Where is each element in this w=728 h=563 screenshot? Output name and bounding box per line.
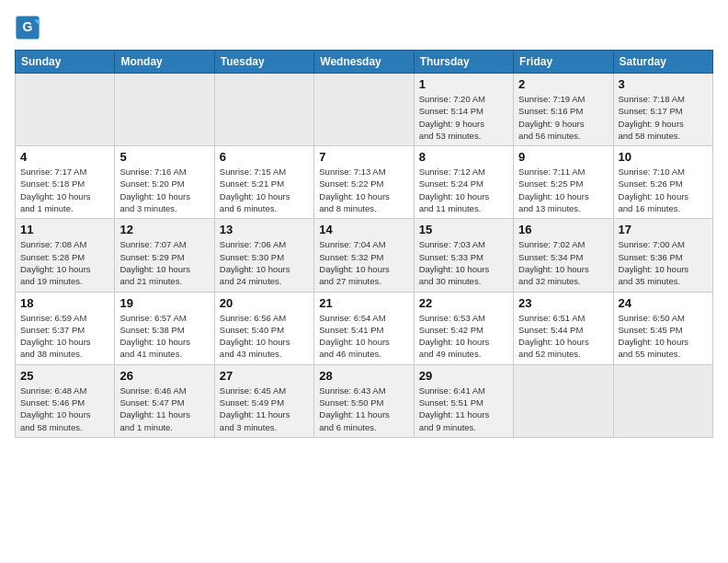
calendar-cell: 12Sunrise: 7:07 AM Sunset: 5:29 PM Dayli… (115, 219, 214, 292)
calendar-cell (214, 74, 313, 146)
day-number: 26 (119, 369, 209, 383)
calendar-cell: 18Sunrise: 6:59 AM Sunset: 5:37 PM Dayli… (16, 292, 115, 364)
calendar-week-row: 11Sunrise: 7:08 AM Sunset: 5:28 PM Dayli… (16, 219, 713, 292)
calendar-cell (115, 74, 214, 146)
calendar-cell (514, 364, 613, 437)
calendar-cell: 9Sunrise: 7:11 AM Sunset: 5:25 PM Daylig… (514, 146, 613, 219)
day-number: 20 (220, 296, 309, 310)
day-info: Sunrise: 6:50 AM Sunset: 5:45 PM Dayligh… (619, 312, 708, 361)
logo-icon: G (15, 15, 40, 40)
calendar-cell: 16Sunrise: 7:02 AM Sunset: 5:34 PM Dayli… (514, 219, 613, 292)
day-info: Sunrise: 6:59 AM Sunset: 5:37 PM Dayligh… (20, 312, 109, 361)
calendar-cell: 6Sunrise: 7:15 AM Sunset: 5:21 PM Daylig… (214, 146, 313, 219)
calendar-week-row: 18Sunrise: 6:59 AM Sunset: 5:37 PM Dayli… (16, 292, 713, 364)
day-number: 19 (119, 296, 209, 310)
day-info: Sunrise: 7:08 AM Sunset: 5:28 PM Dayligh… (20, 238, 109, 287)
weekday-header: Sunday (16, 51, 115, 74)
day-number: 13 (220, 223, 309, 236)
day-number: 10 (619, 150, 708, 164)
weekday-header-row: SundayMondayTuesdayWednesdayThursdayFrid… (16, 51, 713, 74)
calendar-cell: 14Sunrise: 7:04 AM Sunset: 5:32 PM Dayli… (314, 219, 414, 292)
calendar-cell: 19Sunrise: 6:57 AM Sunset: 5:38 PM Dayli… (115, 292, 214, 364)
day-info: Sunrise: 6:48 AM Sunset: 5:46 PM Dayligh… (20, 385, 109, 433)
calendar-cell: 24Sunrise: 6:50 AM Sunset: 5:45 PM Dayli… (613, 292, 712, 364)
calendar-cell: 28Sunrise: 6:43 AM Sunset: 5:50 PM Dayli… (314, 364, 414, 437)
calendar-cell: 7Sunrise: 7:13 AM Sunset: 5:22 PM Daylig… (314, 146, 414, 219)
day-number: 12 (119, 223, 209, 236)
calendar-cell: 17Sunrise: 7:00 AM Sunset: 5:36 PM Dayli… (613, 219, 712, 292)
day-number: 28 (319, 369, 408, 383)
day-info: Sunrise: 7:00 AM Sunset: 5:36 PM Dayligh… (619, 238, 708, 287)
day-number: 1 (419, 77, 508, 91)
calendar-cell: 25Sunrise: 6:48 AM Sunset: 5:46 PM Dayli… (16, 364, 115, 437)
day-number: 4 (20, 150, 109, 164)
day-number: 6 (220, 150, 309, 164)
day-number: 2 (518, 77, 608, 91)
weekday-header: Tuesday (214, 51, 313, 74)
calendar-cell: 2Sunrise: 7:19 AM Sunset: 5:16 PM Daylig… (514, 74, 613, 146)
day-info: Sunrise: 7:19 AM Sunset: 5:16 PM Dayligh… (518, 93, 608, 142)
weekday-header: Friday (514, 51, 613, 74)
day-number: 15 (419, 223, 508, 236)
day-number: 3 (619, 77, 708, 91)
day-info: Sunrise: 7:04 AM Sunset: 5:32 PM Dayligh… (319, 238, 408, 287)
page-header: G (15, 15, 713, 40)
day-info: Sunrise: 7:07 AM Sunset: 5:29 PM Dayligh… (119, 238, 209, 287)
weekday-header: Wednesday (314, 51, 414, 74)
calendar-cell: 26Sunrise: 6:46 AM Sunset: 5:47 PM Dayli… (115, 364, 214, 437)
day-info: Sunrise: 6:51 AM Sunset: 5:44 PM Dayligh… (518, 312, 608, 361)
day-info: Sunrise: 6:45 AM Sunset: 5:49 PM Dayligh… (220, 385, 309, 433)
calendar-cell: 21Sunrise: 6:54 AM Sunset: 5:41 PM Dayli… (314, 292, 414, 364)
calendar-cell: 10Sunrise: 7:10 AM Sunset: 5:26 PM Dayli… (613, 146, 712, 219)
day-number: 18 (20, 296, 109, 310)
day-number: 22 (419, 296, 508, 310)
calendar-cell: 8Sunrise: 7:12 AM Sunset: 5:24 PM Daylig… (414, 146, 513, 219)
day-number: 8 (419, 150, 508, 164)
day-info: Sunrise: 7:17 AM Sunset: 5:18 PM Dayligh… (20, 166, 109, 214)
day-number: 24 (619, 296, 708, 310)
day-info: Sunrise: 7:13 AM Sunset: 5:22 PM Dayligh… (319, 166, 408, 214)
calendar-cell (613, 364, 712, 437)
calendar-cell: 13Sunrise: 7:06 AM Sunset: 5:30 PM Dayli… (214, 219, 313, 292)
weekday-header: Thursday (414, 51, 513, 74)
calendar-cell: 4Sunrise: 7:17 AM Sunset: 5:18 PM Daylig… (16, 146, 115, 219)
calendar-cell: 20Sunrise: 6:56 AM Sunset: 5:40 PM Dayli… (214, 292, 313, 364)
day-info: Sunrise: 6:54 AM Sunset: 5:41 PM Dayligh… (319, 312, 408, 361)
calendar-week-row: 25Sunrise: 6:48 AM Sunset: 5:46 PM Dayli… (16, 364, 713, 437)
day-info: Sunrise: 6:56 AM Sunset: 5:40 PM Dayligh… (220, 312, 309, 361)
calendar-cell: 29Sunrise: 6:41 AM Sunset: 5:51 PM Dayli… (414, 364, 513, 437)
day-number: 14 (319, 223, 408, 236)
day-info: Sunrise: 7:10 AM Sunset: 5:26 PM Dayligh… (619, 166, 708, 214)
day-number: 29 (419, 369, 508, 383)
day-info: Sunrise: 7:02 AM Sunset: 5:34 PM Dayligh… (518, 238, 608, 287)
day-number: 21 (319, 296, 408, 310)
day-number: 16 (518, 223, 608, 236)
day-info: Sunrise: 7:16 AM Sunset: 5:20 PM Dayligh… (119, 166, 209, 214)
svg-text:G: G (23, 19, 33, 34)
day-info: Sunrise: 7:18 AM Sunset: 5:17 PM Dayligh… (619, 93, 708, 142)
calendar-week-row: 4Sunrise: 7:17 AM Sunset: 5:18 PM Daylig… (16, 146, 713, 219)
logo: G (15, 15, 44, 40)
weekday-header: Saturday (613, 51, 712, 74)
day-number: 23 (518, 296, 608, 310)
calendar-cell: 22Sunrise: 6:53 AM Sunset: 5:42 PM Dayli… (414, 292, 513, 364)
weekday-header: Monday (115, 51, 214, 74)
day-info: Sunrise: 7:06 AM Sunset: 5:30 PM Dayligh… (220, 238, 309, 287)
day-number: 17 (619, 223, 708, 236)
day-info: Sunrise: 7:12 AM Sunset: 5:24 PM Dayligh… (419, 166, 508, 214)
day-number: 11 (20, 223, 109, 236)
day-info: Sunrise: 6:46 AM Sunset: 5:47 PM Dayligh… (119, 385, 209, 433)
calendar-week-row: 1Sunrise: 7:20 AM Sunset: 5:14 PM Daylig… (16, 74, 713, 146)
calendar-cell: 3Sunrise: 7:18 AM Sunset: 5:17 PM Daylig… (613, 74, 712, 146)
day-number: 7 (319, 150, 408, 164)
day-info: Sunrise: 7:20 AM Sunset: 5:14 PM Dayligh… (419, 93, 508, 142)
calendar-cell (314, 74, 414, 146)
day-number: 27 (220, 369, 309, 383)
day-info: Sunrise: 6:43 AM Sunset: 5:50 PM Dayligh… (319, 385, 408, 433)
calendar-cell: 11Sunrise: 7:08 AM Sunset: 5:28 PM Dayli… (16, 219, 115, 292)
calendar-table: SundayMondayTuesdayWednesdayThursdayFrid… (15, 50, 713, 438)
day-info: Sunrise: 7:11 AM Sunset: 5:25 PM Dayligh… (518, 166, 608, 214)
day-info: Sunrise: 6:41 AM Sunset: 5:51 PM Dayligh… (419, 385, 508, 433)
day-number: 9 (518, 150, 608, 164)
day-number: 25 (20, 369, 109, 383)
